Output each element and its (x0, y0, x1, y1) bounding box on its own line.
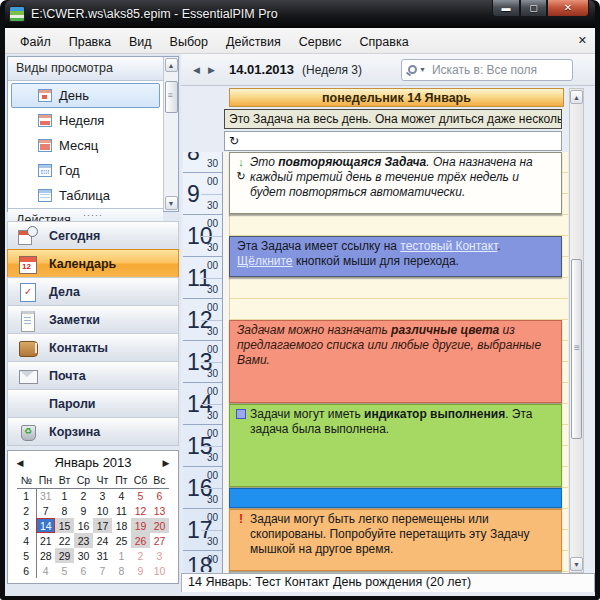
close-button[interactable]: ✕ (547, 0, 589, 17)
mini-cal-day-6[interactable]: 6 (150, 488, 169, 503)
view-item-table[interactable]: Таблица (11, 183, 160, 208)
menu-help[interactable]: Справка (351, 31, 418, 53)
day-grid[interactable]: ↓↻Это повторяющаяся Задача. Она назначен… (223, 152, 568, 573)
search-icon[interactable] (408, 65, 417, 74)
scroll-down-icon[interactable]: ▼ (165, 196, 178, 210)
mini-cal-day-25[interactable]: 25 (112, 533, 131, 548)
scroll-down-icon[interactable]: ▼ (570, 557, 583, 571)
mini-cal-day-19[interactable]: 19 (131, 518, 150, 533)
mini-cal-day-1[interactable]: 1 (55, 488, 74, 503)
scroll-thumb[interactable] (165, 81, 178, 113)
views-panel-header[interactable]: Виды просмотра (8, 57, 163, 81)
mini-cal-day-1[interactable]: 1 (112, 548, 131, 563)
task-contact-link-task[interactable]: Эта Задача имеет ссылку на тестовый Конт… (229, 236, 562, 277)
mini-cal-day-9[interactable]: 9 (131, 563, 150, 578)
mini-cal-day-31[interactable]: 31 (36, 488, 55, 503)
menu-actions[interactable]: Действия (217, 31, 290, 53)
contact-link[interactable]: Щёлкните (237, 254, 293, 268)
contact-link[interactable]: тестовый Контакт (400, 239, 497, 253)
prev-day-icon[interactable]: ◀ (189, 62, 204, 78)
mini-cal-day-2[interactable]: 2 (74, 488, 93, 503)
prev-month-icon[interactable]: ◀ (8, 458, 32, 468)
mini-cal-day-4[interactable]: 4 (112, 488, 131, 503)
mini-cal-day-21[interactable]: 21 (36, 533, 55, 548)
search-input[interactable] (430, 62, 566, 78)
task-drag-task[interactable]: !Задачи могут быть легко перемещены или … (229, 509, 562, 571)
mini-cal-day-3[interactable]: 3 (150, 548, 169, 563)
search-options-icon[interactable]: ▼ (419, 66, 426, 73)
mini-cal-day-24[interactable]: 24 (93, 533, 112, 548)
menu-select[interactable]: Выбор (161, 31, 217, 53)
nav-calendar-button[interactable]: Календарь (7, 249, 179, 278)
nav-todo-button[interactable]: Дела (7, 277, 179, 306)
view-item-week[interactable]: Неделя (11, 108, 160, 133)
mini-cal-day-26[interactable]: 26 (131, 533, 150, 548)
year-view-icon (38, 164, 52, 177)
mini-cal-day-14[interactable]: 14 (36, 518, 55, 533)
mini-cal-day-29[interactable]: 29 (55, 548, 74, 563)
mini-cal-day-17[interactable]: 17 (93, 518, 112, 533)
day-header[interactable]: понедельник 14 Январь (229, 88, 564, 107)
mini-cal-day-7[interactable]: 7 (93, 563, 112, 578)
mini-cal-day-10[interactable]: 10 (150, 563, 169, 578)
nav-today-button[interactable]: Сегодня (7, 221, 179, 250)
mini-cal-day-6[interactable]: 6 (74, 563, 93, 578)
mini-cal-day-4[interactable]: 4 (36, 563, 55, 578)
mini-cal-day-27[interactable]: 27 (150, 533, 169, 548)
view-item-month[interactable]: Месяц (11, 133, 160, 158)
mini-cal-day-23[interactable]: 23 (74, 533, 93, 548)
mini-cal-day-5[interactable]: 5 (55, 563, 74, 578)
next-month-icon[interactable]: ▶ (154, 458, 178, 468)
mini-cal-day-9[interactable]: 9 (74, 503, 93, 518)
mini-cal-day-16[interactable]: 16 (74, 518, 93, 533)
mini-cal-day-20[interactable]: 20 (150, 518, 169, 533)
search-box[interactable]: ▼ (401, 59, 573, 81)
mini-cal-day-3[interactable]: 3 (93, 488, 112, 503)
contacts-icon (16, 338, 40, 358)
next-day-icon[interactable]: ▶ (204, 62, 219, 78)
task-untitled-task[interactable] (229, 488, 562, 508)
nav-passwords-button[interactable]: Пароли (7, 389, 179, 418)
task-colors-task[interactable]: Задачам можно назначать различные цвета … (229, 320, 562, 403)
allday-recurring-task[interactable]: ↻ (224, 131, 562, 151)
minimize-button[interactable]: ▬ (492, 0, 520, 17)
view-item-day[interactable]: День (11, 83, 160, 108)
menu-edit[interactable]: Правка (60, 31, 120, 53)
menu-file[interactable]: Файл (11, 31, 60, 53)
nav-mail-button[interactable]: Почта (7, 361, 179, 390)
mini-cal-day-5[interactable]: 5 (131, 488, 150, 503)
mini-cal-day-2[interactable]: 2 (131, 548, 150, 563)
scroll-up-icon[interactable]: ▲ (570, 90, 583, 104)
mini-cal-day-11[interactable]: 11 (112, 503, 131, 518)
mini-cal-day-15[interactable]: 15 (55, 518, 74, 533)
menu-view[interactable]: Вид (120, 31, 161, 53)
menu-close-icon[interactable]: ✕ (578, 34, 587, 47)
scroll-up-icon[interactable]: ▲ (165, 58, 178, 72)
nav-notes-button[interactable]: Заметки (7, 305, 179, 334)
view-item-label: Месяц (59, 138, 98, 153)
hour-8: 830 (183, 152, 222, 173)
allday-task[interactable]: Это Задача на весь день. Она может длить… (224, 109, 562, 129)
mini-cal-day-7[interactable]: 7 (36, 503, 55, 518)
maximize-button[interactable]: ▢ (520, 0, 547, 17)
mini-cal-day-22[interactable]: 22 (55, 533, 74, 548)
mini-cal-day-28[interactable]: 28 (36, 548, 55, 563)
day-scrollbar[interactable]: ▲ ▼ (569, 88, 584, 573)
mini-cal-day-30[interactable]: 30 (74, 548, 93, 563)
views-scrollbar[interactable]: ▲ ▼ (163, 57, 178, 211)
mini-cal-day-12[interactable]: 12 (131, 503, 150, 518)
menu-tools[interactable]: Сервис (290, 31, 351, 53)
scroll-thumb[interactable] (571, 259, 582, 439)
view-item-year[interactable]: Год (11, 158, 160, 183)
task-completed-task[interactable]: Задачи могут иметь индикатор выполнения.… (229, 404, 562, 487)
mini-cal-day-13[interactable]: 13 (150, 503, 169, 518)
mini-cal-day-10[interactable]: 10 (93, 503, 112, 518)
task-recurring-task[interactable]: ↓↻Это повторяющаяся Задача. Она назначен… (229, 152, 562, 214)
mini-cal-day-31[interactable]: 31 (93, 548, 112, 563)
mini-cal-day-8[interactable]: 8 (112, 563, 131, 578)
nav-trash-button[interactable]: Корзина (7, 417, 179, 446)
mini-cal-day-8[interactable]: 8 (55, 503, 74, 518)
nav-contacts-button[interactable]: Контакты (7, 333, 179, 362)
day-view: понедельник 14 Январь Это Задача на весь… (181, 86, 595, 573)
mini-cal-day-18[interactable]: 18 (112, 518, 131, 533)
